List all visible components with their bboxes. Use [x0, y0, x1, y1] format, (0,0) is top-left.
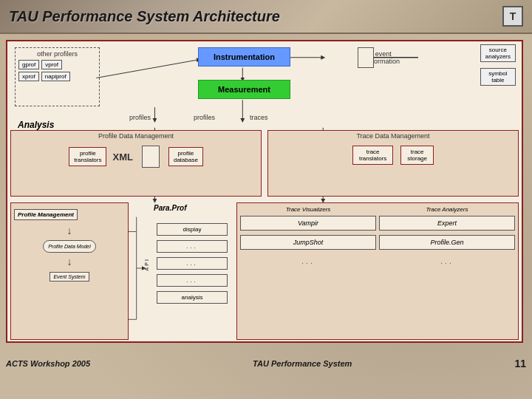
api-label: API: [144, 258, 149, 271]
outer-container: other profilers gprof vprof xprof napipr…: [6, 40, 523, 343]
trace-storage-box: trace storage: [400, 146, 434, 165]
profile-data-model-box: Profile Data Model: [43, 240, 96, 253]
footer: ACTS Workshop 2005 TAU Performance Syste…: [6, 358, 526, 369]
profile-mgmt-label: Profile Management: [14, 209, 78, 220]
footer-left: ACTS Workshop 2005: [6, 359, 90, 368]
tau-logo: T: [502, 6, 523, 27]
page-title: TAU Performance System Architecture: [9, 8, 280, 25]
trace-data-mgmt-panel: Trace Data Management trace translators …: [267, 130, 519, 197]
trace-data-mgmt-title: Trace Data Management: [268, 132, 518, 140]
paraprof-label: Para.Prof: [154, 204, 186, 212]
profile-items: profile translators XML profile database: [11, 146, 261, 168]
trace-col-headers: Trace Visualizers Trace Analyzers: [240, 206, 515, 213]
source-analyzers-box: source analyzers: [480, 44, 516, 62]
profiler-row2: xprof napiprof: [18, 72, 96, 81]
measurement-box: Measurement: [198, 80, 290, 99]
trace-items: trace translators trace storage: [268, 146, 518, 165]
analysis-label: Analysis: [18, 120, 54, 130]
profile-translators-box: profile translators: [69, 147, 106, 166]
vprof: vprof: [41, 60, 62, 69]
header: TAU Performance System Architecture T: [0, 0, 532, 34]
trace-translators-box: trace translators: [352, 146, 393, 165]
profile-mgmt-content: ↓ Profile Data Model ↓ Event System: [14, 225, 125, 282]
footer-center: TAU Performance System: [253, 359, 352, 368]
jumpshot-item[interactable]: JumpShot: [240, 235, 376, 250]
measurement-label: Measurement: [218, 85, 270, 94]
dots2: ...: [157, 257, 228, 270]
trace-ana-col: Expert Profile.Gen ...: [379, 216, 515, 268]
instrumentation-box: Instrumentation: [198, 47, 290, 66]
event-system-box: Event System: [50, 272, 89, 282]
napiprof: napiprof: [41, 72, 70, 81]
expert-item[interactable]: Expert: [379, 216, 515, 231]
profile-database-box: profile database: [168, 147, 203, 166]
profiles-label-1: profiles: [129, 114, 151, 121]
profilers-label: other profilers: [16, 50, 99, 58]
xprof: xprof: [18, 72, 39, 81]
profile-management-panel: Profile Management ↓ Profile Data Model …: [10, 202, 129, 340]
dots3: ...: [157, 274, 228, 287]
trace-cols: Vampir JumpShot ... Expert Profile.Gen .…: [240, 216, 515, 268]
paraprof-section: Para.Prof API display ... ... ... analys…: [134, 202, 231, 340]
profilers-box: other profilers gprof vprof xprof napipr…: [15, 47, 100, 106]
profile-data-mgmt-panel: Profile Data Management profile translat…: [10, 130, 262, 197]
symbol-table-box: symbol table: [480, 68, 516, 86]
xml-doc-icon: [142, 146, 160, 168]
trace-visualizers-title: Trace Visualizers: [240, 206, 376, 213]
display-btn[interactable]: display: [157, 223, 228, 236]
source-analyzers-section: source analyzers symbol table: [480, 44, 516, 86]
profiler-row1: gprof vprof: [18, 60, 96, 69]
ana-dots: ...: [379, 254, 515, 268]
trace-analyzers-title: Trace Analyzers: [379, 206, 515, 213]
page: TAU Performance System Architecture T: [0, 0, 532, 399]
main-content: other profilers gprof vprof xprof napipr…: [0, 34, 532, 372]
instrumentation-label: Instrumentation: [214, 52, 275, 61]
xml-label: XML: [112, 151, 132, 163]
trace-right-panel: Trace Visualizers Trace Analyzers Vampir…: [236, 202, 519, 340]
svg-line-0: [96, 60, 199, 78]
profile-data-mgmt-title: Profile Data Management: [11, 132, 261, 140]
footer-right: 11: [514, 358, 526, 369]
profiles-label-2: profiles: [194, 114, 215, 121]
vampir-item[interactable]: Vampir: [240, 216, 376, 231]
event-doc-icon: [358, 47, 374, 68]
dots1: ...: [157, 240, 228, 253]
paraprof-buttons: display ... ... ... analysis: [157, 223, 228, 304]
gprof: gprof: [18, 60, 39, 69]
traces-label: traces: [250, 114, 268, 121]
analysis-btn[interactable]: analysis: [157, 291, 228, 304]
profilegen-item[interactable]: Profile.Gen: [379, 235, 515, 250]
vis-dots: ...: [240, 254, 376, 268]
trace-vis-col: Vampir JumpShot ...: [240, 216, 376, 268]
